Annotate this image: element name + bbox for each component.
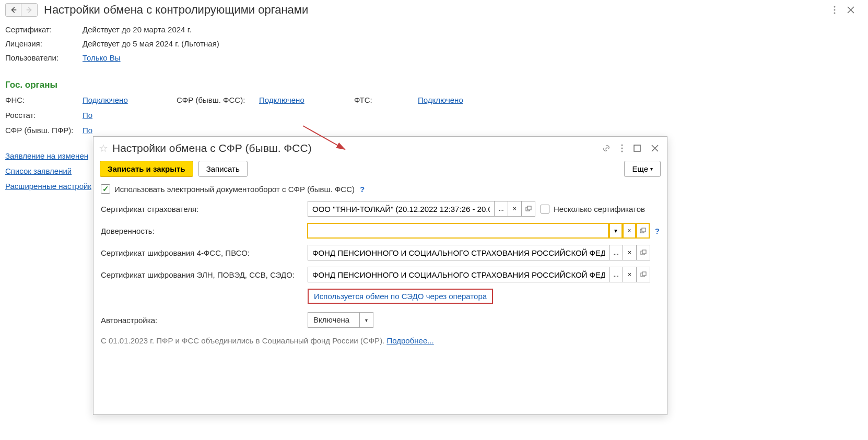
cert-4fss-ellipsis-button[interactable]: ... <box>609 245 623 260</box>
dialog-body: Использовать электронный документооборот… <box>93 182 667 347</box>
sfr-fss-label: СФР (бывш. ФСС): <box>177 96 259 104</box>
gov-row-1: ФНС: Подключено СФР (бывш. ФСС): Подключ… <box>5 96 863 104</box>
svg-point-8 <box>621 151 623 152</box>
link-icon <box>602 144 611 152</box>
power-attorney-clear-button[interactable]: × <box>623 223 636 239</box>
open-icon <box>640 271 647 278</box>
power-attorney-input[interactable] <box>307 223 609 239</box>
power-attorney-row: Доверенность: ▾ × ? <box>101 223 660 239</box>
svg-line-5 <box>303 126 345 149</box>
svg-point-3 <box>834 9 836 11</box>
dialog-title: Настройки обмена с СФР (бывш. ФСС) <box>112 142 601 154</box>
svg-point-2 <box>834 6 836 8</box>
info-section: Сертификат: Действует до 20 марта 2024 г… <box>0 22 868 78</box>
footnote-link[interactable]: Подробнее... <box>386 336 433 345</box>
sfr-fss-link[interactable]: Подключено <box>259 96 304 104</box>
auto-row: Автонастройка: Включена ▾ <box>101 312 660 328</box>
gov-heading: Гос. органы <box>0 78 868 96</box>
help-icon[interactable]: ? <box>360 185 365 194</box>
rosstat-label: Росстат: <box>5 111 83 120</box>
nav-buttons <box>5 3 38 17</box>
multiple-certs-checkbox[interactable] <box>541 205 549 213</box>
sedo-highlight-box: Используется обмен по СЭДО через операто… <box>308 289 493 304</box>
license-label: Лицензия: <box>5 39 83 48</box>
close-main-button[interactable] <box>846 5 855 15</box>
dialog-sfr-settings: ☆ Настройки обмена с СФР (бывш. ФСС) Зап… <box>93 136 667 415</box>
forward-button[interactable] <box>21 4 37 16</box>
cert-eln-input[interactable] <box>308 267 609 282</box>
svg-point-7 <box>621 148 623 149</box>
svg-point-4 <box>834 13 836 14</box>
back-button[interactable] <box>6 4 21 16</box>
sedo-link[interactable]: Используется обмен по СЭДО через операто… <box>314 292 487 301</box>
footnote: С 01.01.2023 г. ПФР и ФСС объединились в… <box>101 336 660 345</box>
power-attorney-open-button[interactable] <box>636 223 650 239</box>
dialog-toolbar: Записать и закрыть Записать Еще ▾ <box>93 158 667 182</box>
svg-point-6 <box>621 145 623 146</box>
header-actions <box>832 5 855 15</box>
cert-insurer-clear-button[interactable]: × <box>508 201 522 217</box>
auto-select-wrap: Включена ▾ <box>308 312 373 328</box>
more-menu-button[interactable] <box>832 5 837 15</box>
cert-insurer-row: Сертификат страхователя: ... × Несколько… <box>101 201 660 217</box>
dialog-close-button[interactable] <box>650 144 660 153</box>
gov-row-2: Росстат: По <box>5 111 863 120</box>
gov-grid: ФНС: Подключено СФР (бывш. ФСС): Подключ… <box>0 96 868 135</box>
info-row-cert: Сертификат: Действует до 20 марта 2024 г… <box>5 25 863 34</box>
cert-value: Действует до 20 марта 2024 г. <box>83 25 191 34</box>
save-button[interactable]: Записать <box>198 161 248 177</box>
gov-row-3: СФР (бывш. ПФР): По <box>5 126 863 135</box>
close-icon <box>651 145 659 152</box>
close-icon <box>847 6 854 14</box>
use-edo-checkbox[interactable] <box>101 184 110 194</box>
cert-4fss-label: Сертификат шифрования 4-ФСС, ПВСО: <box>101 248 308 257</box>
dialog-maximize-button[interactable] <box>632 144 642 153</box>
cert-4fss-clear-button[interactable]: × <box>623 245 637 260</box>
chevron-down-icon: ▾ <box>650 166 653 172</box>
cert-insurer-ellipsis-button[interactable]: ... <box>495 201 508 217</box>
cert-insurer-input[interactable] <box>308 201 495 217</box>
kebab-icon <box>621 144 623 152</box>
footnote-text: С 01.01.2023 г. ПФР и ФСС объединились в… <box>101 336 386 345</box>
fts-link[interactable]: Подключено <box>418 96 463 104</box>
cert-4fss-row: Сертификат шифрования 4-ФСС, ПВСО: ... × <box>101 245 660 260</box>
fns-link[interactable]: Подключено <box>83 96 128 104</box>
fts-label: ФТС: <box>354 96 418 104</box>
info-row-users: Пользователи: Только Вы <box>5 53 863 62</box>
multiple-certs-label: Несколько сертификатов <box>554 205 645 213</box>
power-attorney-input-wrap: ▾ × <box>307 223 650 239</box>
page-title: Настройки обмена с контролирующими орган… <box>44 3 832 17</box>
sfr-pfr-label: СФР (бывш. ПФР): <box>5 126 83 135</box>
help-icon[interactable]: ? <box>655 227 660 235</box>
maximize-icon <box>634 145 641 152</box>
cert-insurer-input-wrap: ... × <box>308 201 535 217</box>
sfr-pfr-link[interactable]: По <box>83 126 92 135</box>
svg-rect-15 <box>642 250 646 254</box>
users-link[interactable]: Только Вы <box>83 53 121 62</box>
arrow-left-icon <box>10 6 17 14</box>
power-attorney-dropdown-button[interactable]: ▾ <box>609 223 623 239</box>
favorite-star-icon[interactable]: ☆ <box>99 142 108 154</box>
use-edo-label: Использовать электронный документооборот… <box>114 185 355 194</box>
cert-insurer-label: Сертификат страхователя: <box>101 205 308 213</box>
cert-eln-open-button[interactable] <box>637 267 650 282</box>
cert-eln-clear-button[interactable]: × <box>623 267 637 282</box>
cert-insurer-open-button[interactable] <box>522 201 535 217</box>
svg-rect-9 <box>634 145 640 151</box>
dialog-more-button[interactable] <box>620 143 624 153</box>
cert-eln-input-wrap: ... × <box>308 267 650 282</box>
cert-4fss-open-button[interactable] <box>637 245 650 260</box>
info-row-license: Лицензия: Действует до 5 мая 2024 г. (Ль… <box>5 39 863 48</box>
dialog-link-button[interactable] <box>601 143 612 153</box>
more-button-label: Еще <box>632 164 648 173</box>
save-close-button[interactable]: Записать и закрыть <box>100 161 193 177</box>
svg-rect-11 <box>527 206 531 210</box>
auto-select[interactable]: Включена <box>308 312 360 328</box>
more-button[interactable]: Еще ▾ <box>624 161 661 177</box>
auto-select-arrow[interactable]: ▾ <box>360 312 373 328</box>
cert-4fss-input[interactable] <box>308 245 609 260</box>
open-icon <box>525 206 532 212</box>
rosstat-link[interactable]: По <box>83 111 92 120</box>
cert-eln-ellipsis-button[interactable]: ... <box>609 267 623 282</box>
use-edo-row: Использовать электронный документооборот… <box>101 184 660 194</box>
